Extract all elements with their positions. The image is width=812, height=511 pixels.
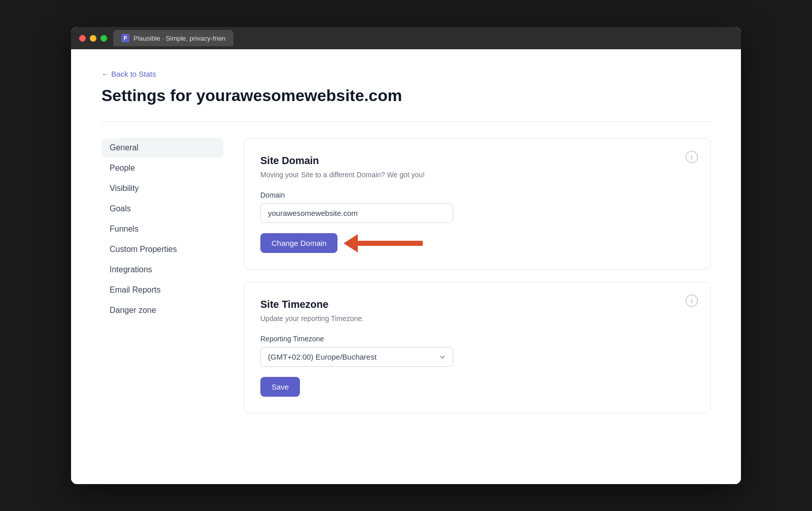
traffic-lights [79, 35, 107, 42]
page-title: Settings for yourawesomewebsite.com [101, 86, 710, 105]
sidebar-item-integrations[interactable]: Integrations [101, 260, 223, 279]
timezone-label: Reporting Timezone [260, 335, 694, 343]
back-to-stats-link[interactable]: ← Back to Stats [101, 70, 156, 78]
settings-layout: General People Visibility Goals Funnels … [101, 138, 710, 413]
arrow-body [357, 241, 423, 246]
main-content-area: i Site Domain Moving your Site to a diff… [244, 138, 710, 413]
site-timezone-info-icon[interactable]: i [686, 295, 698, 307]
arrow-head [344, 234, 358, 252]
settings-sidebar: General People Visibility Goals Funnels … [101, 138, 223, 413]
arrow-indicator [344, 234, 423, 252]
domain-input[interactable] [260, 203, 453, 223]
site-timezone-card: i Site Timezone Update your reporting Ti… [244, 282, 710, 413]
sidebar-item-danger-zone[interactable]: Danger zone [101, 301, 223, 320]
sidebar-item-custom-properties[interactable]: Custom Properties [101, 240, 223, 259]
browser-titlebar: P Plausible · Simple, privacy-frien [71, 27, 741, 49]
page-content: ← Back to Stats Settings for yourawesome… [71, 49, 741, 484]
site-domain-info-icon[interactable]: i [686, 151, 698, 163]
site-timezone-title: Site Timezone [260, 299, 694, 310]
section-divider [101, 121, 710, 122]
close-button[interactable] [79, 35, 86, 42]
browser-window: P Plausible · Simple, privacy-frien ← Ba… [71, 27, 741, 484]
timezone-select[interactable]: (GMT+02:00) Europe/Bucharest [260, 347, 453, 367]
maximize-button[interactable] [100, 35, 107, 42]
change-domain-button[interactable]: Change Domain [260, 233, 337, 253]
tab-title: Plausible · Simple, privacy-frien [133, 35, 225, 42]
sidebar-item-people[interactable]: People [101, 158, 223, 178]
sidebar-item-email-reports[interactable]: Email Reports [101, 280, 223, 300]
sidebar-item-general[interactable]: General [101, 138, 223, 157]
site-domain-title: Site Domain [260, 155, 694, 167]
site-domain-subtitle: Moving your Site to a different Domain? … [260, 171, 694, 179]
site-timezone-subtitle: Update your reporting Timezone. [260, 314, 694, 323]
site-domain-card: i Site Domain Moving your Site to a diff… [244, 138, 710, 270]
save-timezone-button[interactable]: Save [260, 377, 300, 397]
minimize-button[interactable] [90, 35, 96, 42]
tab-favicon: P [121, 34, 129, 42]
sidebar-item-funnels[interactable]: Funnels [101, 219, 223, 239]
browser-tab[interactable]: P Plausible · Simple, privacy-frien [113, 30, 233, 46]
sidebar-item-goals[interactable]: Goals [101, 199, 223, 218]
change-domain-action-area: Change Domain [260, 233, 694, 253]
domain-label: Domain [260, 191, 694, 199]
sidebar-item-visibility[interactable]: Visibility [101, 179, 223, 198]
